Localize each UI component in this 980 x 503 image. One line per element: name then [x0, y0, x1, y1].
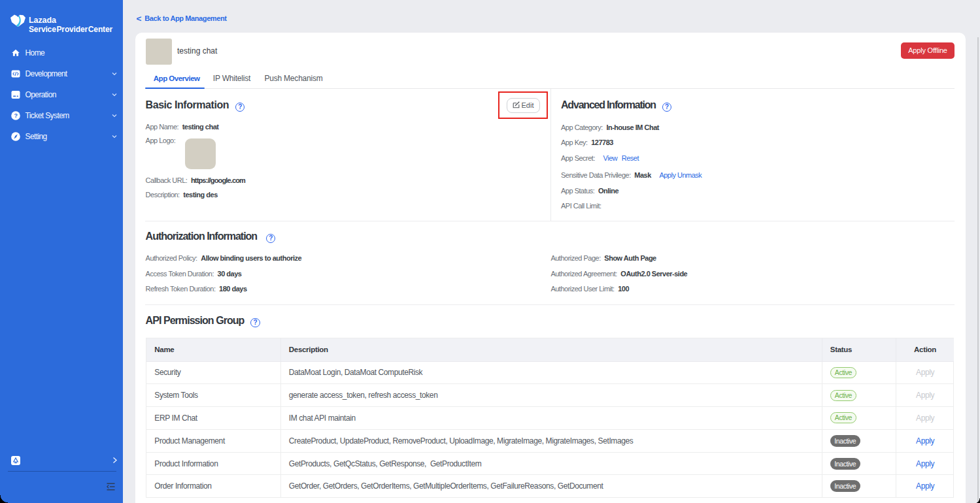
svg-text:?: ?: [14, 112, 18, 119]
